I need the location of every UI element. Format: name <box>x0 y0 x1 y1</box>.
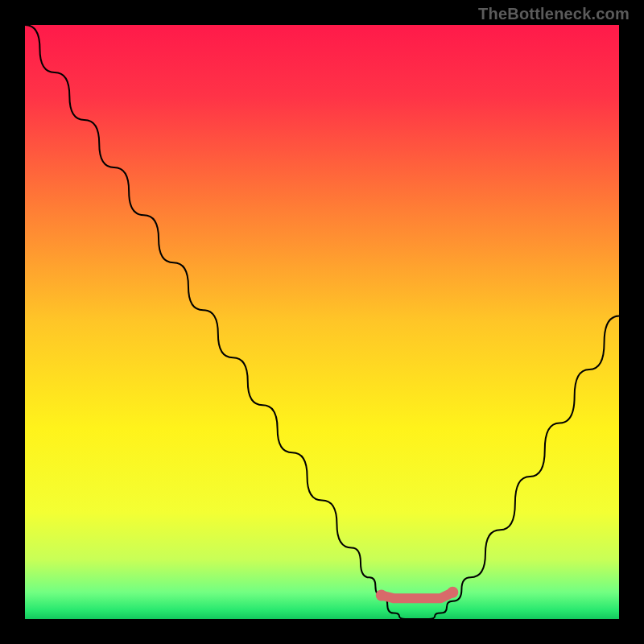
optimal-zone-marker <box>382 592 453 598</box>
optimal-zone-end-dot <box>447 587 458 598</box>
plot-area <box>25 25 619 619</box>
optimal-zone-start-dot <box>376 589 387 601</box>
bottleneck-curve <box>25 25 619 619</box>
attribution-label: TheBottleneck.com <box>478 5 630 23</box>
curve-layer <box>25 25 619 619</box>
chart-frame: TheBottleneck.com <box>0 0 644 644</box>
